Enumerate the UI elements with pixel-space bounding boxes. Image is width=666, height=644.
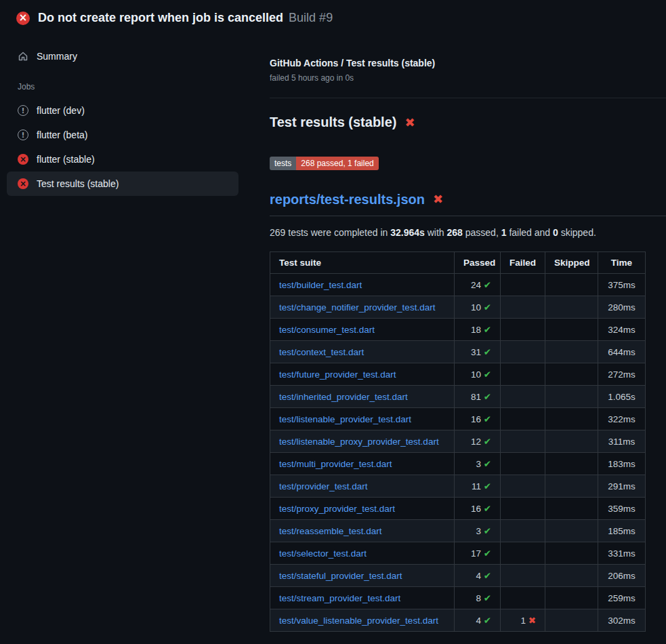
suite-link[interactable]: test/consumer_test.dart <box>279 325 375 335</box>
passed-cell: 4 ✔ <box>455 565 501 587</box>
suite-cell: test/reassemble_test.dart <box>270 520 455 542</box>
check-icon: ✔ <box>484 346 491 357</box>
test-suite-row: test/reassemble_test.dart3 ✔185ms <box>270 520 646 542</box>
suite-link[interactable]: test/inherited_provider_test.dart <box>279 392 408 402</box>
failed-cross-icon: ✖ <box>433 193 443 205</box>
badge-label: tests <box>270 157 296 170</box>
suite-link[interactable]: test/listenable_provider_test.dart <box>279 414 411 424</box>
suite-link[interactable]: test/proxy_provider_test.dart <box>279 504 395 514</box>
check-icon: ✔ <box>484 391 491 402</box>
report-link[interactable]: reports/test-results.json <box>270 192 425 207</box>
cross-icon: ✖ <box>528 615 536 626</box>
test-suite-row: test/stateful_provider_test.dart4 ✔206ms <box>270 565 646 587</box>
suite-link[interactable]: test/future_provider_test.dart <box>279 369 396 380</box>
suite-link[interactable]: test/listenable_proxy_provider_test.dart <box>279 437 439 447</box>
run-meta: failed 5 hours ago in 0s <box>270 73 666 83</box>
suite-link[interactable]: test/change_notifier_provider_test.dart <box>279 302 435 313</box>
suite-link[interactable]: test/stateful_provider_test.dart <box>279 571 402 581</box>
time-cell: 644ms <box>598 341 646 363</box>
report-heading: reports/test-results.json ✖ <box>270 192 666 216</box>
skipped-cell <box>545 475 598 498</box>
time-cell: 359ms <box>598 498 646 520</box>
test-suite-row: test/provider_test.dart11 ✔291ms <box>270 475 646 498</box>
jobs-sidebar: Summary Jobs !flutter (dev)!flutter (bet… <box>0 33 238 196</box>
test-suite-row: test/multi_provider_test.dart3 ✔183ms <box>270 453 646 475</box>
section-title: Test results (stable) ✖ <box>270 115 666 130</box>
suite-link[interactable]: test/reassemble_test.dart <box>279 526 382 536</box>
suite-cell: test/stream_provider_test.dart <box>270 587 455 609</box>
failed-cell <box>501 453 545 475</box>
passed-cell: 12 ✔ <box>455 430 501 453</box>
passed-cell: 18 ✔ <box>455 319 501 341</box>
suite-link[interactable]: test/selector_test.dart <box>279 548 367 559</box>
time-cell: 331ms <box>598 542 646 565</box>
job-label: flutter (stable) <box>37 154 95 165</box>
suite-cell: test/multi_provider_test.dart <box>270 453 455 475</box>
suite-cell: test/inherited_provider_test.dart <box>270 386 455 408</box>
tests-badge: tests 268 passed, 1 failed <box>270 157 379 170</box>
failed-cell <box>501 341 545 363</box>
breadcrumb: GitHub Actions / Test results (stable) <box>270 58 666 68</box>
passed-cell: 8 ✔ <box>455 587 501 609</box>
suite-link[interactable]: test/value_listenable_provider_test.dart <box>279 616 438 626</box>
failed-cell <box>501 520 545 542</box>
failed-cell <box>501 274 545 296</box>
failed-cell <box>501 296 545 319</box>
main-content: GitHub Actions / Test results (stable) f… <box>238 33 666 632</box>
suite-cell: test/change_notifier_provider_test.dart <box>270 296 455 319</box>
check-icon: ✔ <box>484 548 491 559</box>
test-suite-row: test/selector_test.dart17 ✔331ms <box>270 542 646 565</box>
build-number: Build #9 <box>289 11 333 25</box>
time-cell: 322ms <box>598 408 646 430</box>
skipped-cell <box>545 565 598 587</box>
summary-part: skipped. <box>558 227 596 238</box>
job-label: flutter (dev) <box>37 105 85 116</box>
time-cell: 259ms <box>598 587 646 609</box>
check-icon: ✔ <box>484 302 491 313</box>
col-header-test-suite: Test suite <box>270 252 455 274</box>
summary-part: 269 tests were completed in <box>270 227 390 238</box>
job-label: flutter (beta) <box>37 129 87 140</box>
suite-link[interactable]: test/stream_provider_test.dart <box>279 593 400 603</box>
suite-link[interactable]: test/context_test.dart <box>279 347 364 357</box>
passed-cell: 4 ✔ <box>455 609 501 632</box>
run-title: Do not create report when job is cancell… <box>38 11 283 25</box>
skipped-cell <box>545 430 598 453</box>
check-icon: ✔ <box>484 324 491 335</box>
check-icon: ✔ <box>484 592 491 603</box>
sidebar-job-test-results-stable[interactable]: ×Test results (stable) <box>7 172 238 196</box>
summary-part: with <box>425 227 447 238</box>
suite-link[interactable]: test/multi_provider_test.dart <box>279 459 392 469</box>
skipped-cell <box>545 542 598 565</box>
sidebar-job-flutter-dev[interactable]: !flutter (dev) <box>7 98 238 123</box>
test-suite-row: test/context_test.dart31 ✔644ms <box>270 341 646 363</box>
summary-part: failed and <box>507 227 554 238</box>
check-icon: ✔ <box>484 458 491 469</box>
suite-cell: test/listenable_proxy_provider_test.dart <box>270 430 455 453</box>
passed-cell: 3 ✔ <box>455 520 501 542</box>
check-icon: ✔ <box>484 436 491 447</box>
test-suite-row: test/proxy_provider_test.dart16 ✔359ms <box>270 498 646 520</box>
check-icon: ✔ <box>484 481 491 491</box>
skipped-cell <box>545 386 598 408</box>
test-suite-row: test/listenable_provider_test.dart16 ✔32… <box>270 408 646 430</box>
failed-cell <box>501 319 545 341</box>
passed-cell: 10 ✔ <box>455 296 501 319</box>
failed-status-icon: × <box>18 178 28 189</box>
failed-cell <box>501 363 545 386</box>
suite-cell: test/consumer_test.dart <box>270 319 455 341</box>
test-suite-row: test/value_listenable_provider_test.dart… <box>270 609 646 632</box>
check-icon: ✔ <box>484 615 491 626</box>
sidebar-item-summary[interactable]: Summary <box>7 44 238 68</box>
passed-cell: 3 ✔ <box>455 453 501 475</box>
sidebar-job-flutter-beta[interactable]: !flutter (beta) <box>7 123 238 147</box>
suite-link[interactable]: test/builder_test.dart <box>279 280 362 290</box>
sidebar-job-flutter-stable[interactable]: ×flutter (stable) <box>7 147 238 172</box>
failed-cell <box>501 498 545 520</box>
failed-status-icon: × <box>18 154 28 165</box>
suite-cell: test/future_provider_test.dart <box>270 363 455 386</box>
suite-link[interactable]: test/provider_test.dart <box>279 481 368 491</box>
neutral-status-icon: ! <box>18 129 28 140</box>
skipped-cell <box>545 319 598 341</box>
suite-cell: test/selector_test.dart <box>270 542 455 565</box>
